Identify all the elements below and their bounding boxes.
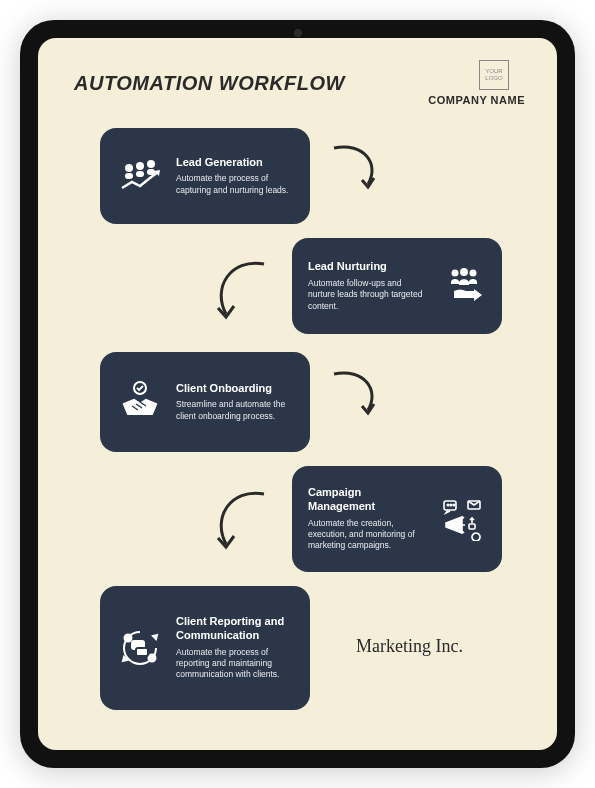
tablet-camera-dot [294, 29, 302, 37]
step-lead-nurturing: Lead Nurturing Automate follow-ups and n… [292, 238, 502, 334]
step-desc: Automate the process of capturing and nu… [176, 173, 294, 196]
svg-point-2 [136, 162, 144, 170]
svg-rect-3 [136, 171, 144, 177]
lead-nurturing-icon [438, 262, 486, 310]
flow-arrow-1 [324, 138, 384, 198]
step-title: Campaign Management [308, 486, 426, 514]
svg-point-8 [470, 270, 477, 277]
page-title: AUTOMATION WORKFLOW [74, 72, 345, 95]
client-reporting-icon [116, 624, 164, 672]
svg-rect-19 [136, 648, 148, 656]
step-desc: Automate the process of reporting and ma… [176, 647, 294, 681]
flow-arrow-4 [210, 486, 274, 558]
step-title: Lead Generation [176, 156, 294, 170]
step-desc: Automate follow-ups and nurture leads th… [308, 278, 426, 312]
svg-point-4 [147, 160, 155, 168]
svg-point-7 [460, 268, 468, 276]
svg-point-12 [450, 504, 452, 506]
step-desc: Streamline and automate the client onboa… [176, 399, 294, 422]
svg-point-17 [149, 655, 156, 662]
footer-brand: Marketing Inc. [356, 636, 463, 657]
svg-rect-15 [469, 524, 475, 529]
step-title: Client Reporting and Communication [176, 615, 294, 643]
svg-point-16 [125, 635, 132, 642]
diagram-stage: AUTOMATION WORKFLOW YOUR LOGO COMPANY NA… [38, 38, 557, 750]
logo-placeholder: YOUR LOGO [479, 60, 509, 90]
tablet-frame: AUTOMATION WORKFLOW YOUR LOGO COMPANY NA… [20, 20, 575, 768]
step-title: Lead Nurturing [308, 260, 426, 274]
campaign-management-icon [438, 495, 486, 543]
svg-rect-1 [125, 173, 133, 179]
svg-point-11 [447, 504, 449, 506]
company-name: COMPANY NAME [428, 94, 525, 106]
client-onboarding-icon [116, 378, 164, 426]
step-campaign-management: Campaign Management Automate the creatio… [292, 466, 502, 572]
lead-generation-icon [116, 152, 164, 200]
flow-arrow-2 [210, 256, 274, 328]
step-client-onboarding: Client Onboarding Streamline and automat… [100, 352, 310, 452]
svg-point-13 [453, 504, 455, 506]
svg-point-6 [452, 270, 459, 277]
step-title: Client Onboarding [176, 382, 294, 396]
svg-point-0 [125, 164, 133, 172]
screen: AUTOMATION WORKFLOW YOUR LOGO COMPANY NA… [38, 38, 557, 750]
step-client-reporting: Client Reporting and Communication Autom… [100, 586, 310, 710]
flow-arrow-3 [324, 364, 384, 424]
step-lead-generation: Lead Generation Automate the process of … [100, 128, 310, 224]
step-desc: Automate the creation, execution, and mo… [308, 518, 426, 552]
